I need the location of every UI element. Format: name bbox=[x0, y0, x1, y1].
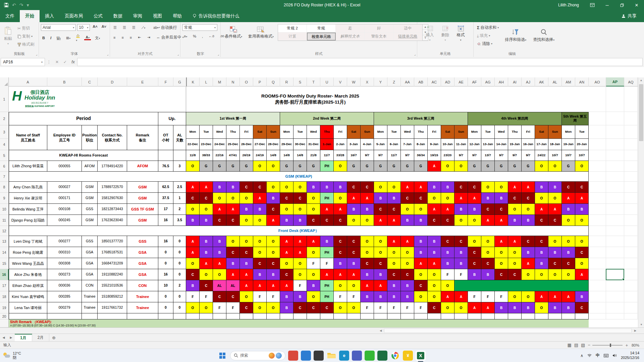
shift-cell[interactable]: B bbox=[387, 193, 401, 204]
staff-al[interactable]: 2 bbox=[173, 204, 186, 215]
shift-cell[interactable]: A bbox=[213, 258, 226, 269]
empty-cell[interactable] bbox=[522, 313, 535, 319]
shift-cell[interactable]: O bbox=[495, 258, 508, 269]
shift-cell[interactable]: B bbox=[240, 258, 253, 269]
shift-cell[interactable]: C bbox=[334, 247, 347, 258]
start-button[interactable] bbox=[217, 351, 227, 361]
row-header-9[interactable]: 9 bbox=[0, 193, 9, 204]
day-14[interactable]: Mon bbox=[374, 125, 387, 139]
staff-remark[interactable]: GSA bbox=[127, 258, 158, 269]
shift-cell[interactable]: G bbox=[293, 161, 307, 172]
shift-cell[interactable]: A bbox=[226, 269, 240, 280]
shift-cell[interactable]: A bbox=[522, 182, 535, 193]
day-9[interactable]: Wed bbox=[307, 125, 320, 139]
date-26[interactable]: 17-Jan bbox=[535, 139, 548, 150]
empty-cell[interactable] bbox=[495, 313, 508, 319]
staff-name[interactable]: Henry Xie 谢沃明 bbox=[9, 193, 47, 204]
align-right-icon[interactable]: ≡ bbox=[128, 35, 133, 40]
shift-cell[interactable]: A bbox=[200, 182, 213, 193]
shift-cell[interactable]: C bbox=[280, 193, 293, 204]
shift-cell[interactable]: B bbox=[374, 269, 387, 280]
shift-cell[interactable]: B bbox=[441, 258, 454, 269]
shift-cell[interactable]: O bbox=[307, 204, 320, 215]
empty-cell[interactable] bbox=[624, 247, 638, 258]
shift-cell[interactable]: A bbox=[200, 258, 213, 269]
format-as-table-button[interactable]: 套用表格格式▾ bbox=[246, 24, 276, 41]
shift-cell[interactable]: B bbox=[562, 247, 575, 258]
day-6[interactable]: Sun bbox=[267, 125, 280, 139]
conditional-formatting-button[interactable]: 条件格式▾ bbox=[223, 24, 244, 41]
page-layout-view-icon[interactable]: ▤ bbox=[574, 343, 578, 348]
shift-cell[interactable]: F bbox=[186, 291, 200, 302]
date-23[interactable]: 14-Jan bbox=[495, 139, 508, 150]
forecast-6[interactable]: 14/8 bbox=[267, 150, 280, 161]
shift-cell[interactable]: O bbox=[401, 204, 414, 215]
empty-cell[interactable] bbox=[589, 161, 606, 172]
shift-cell[interactable]: C bbox=[267, 258, 280, 269]
date-0[interactable]: 22-Dec bbox=[186, 139, 200, 150]
row-header-4[interactable]: 4 bbox=[0, 139, 9, 150]
shift-cell[interactable]: G bbox=[562, 161, 575, 172]
shift-cell[interactable]: O bbox=[253, 161, 267, 172]
shift-cell[interactable]: B bbox=[253, 269, 267, 280]
staff-ot[interactable]: 16 bbox=[158, 236, 173, 247]
shift-cell[interactable]: B bbox=[361, 269, 374, 280]
empty-cell[interactable] bbox=[624, 302, 638, 313]
empty-cell[interactable] bbox=[387, 313, 401, 319]
staff-al[interactable]: 0 bbox=[173, 302, 186, 313]
search-box[interactable]: 搜索 bbox=[230, 351, 285, 360]
shift-cell[interactable]: B bbox=[481, 193, 495, 204]
empty-cell[interactable] bbox=[589, 313, 606, 319]
empty-cell[interactable] bbox=[47, 313, 82, 319]
column-header-AC[interactable]: AC bbox=[428, 77, 441, 86]
shift-cell[interactable]: B bbox=[522, 302, 535, 313]
row-header-7[interactable]: 7 bbox=[0, 172, 9, 182]
shift-cell[interactable]: O bbox=[548, 161, 562, 172]
redo-icon[interactable]: ↷ bbox=[19, 2, 23, 8]
shift-cell[interactable]: B bbox=[414, 236, 428, 247]
forecast-21[interactable]: 9/7 bbox=[468, 150, 481, 161]
empty-cell[interactable] bbox=[624, 215, 638, 226]
shift-cell[interactable]: C bbox=[522, 236, 535, 247]
day-12[interactable]: Sat bbox=[347, 125, 361, 139]
chrome-browser-icon[interactable] bbox=[390, 351, 400, 361]
column-header-AH[interactable]: AH bbox=[495, 77, 508, 86]
row-header-18[interactable]: 18 bbox=[0, 291, 9, 302]
shift-cell[interactable]: B bbox=[387, 280, 401, 291]
mail-app-icon[interactable] bbox=[377, 351, 387, 361]
forecast-4[interactable]: 26/19 bbox=[240, 150, 253, 161]
staff-name[interactable]: Alice Zhu 朱春艳 bbox=[9, 269, 47, 280]
shift-cell[interactable]: O bbox=[334, 161, 347, 172]
forecast-29[interactable]: 10/7 bbox=[575, 150, 589, 161]
staff-ot[interactable]: 76.5 bbox=[158, 161, 173, 172]
undo-icon[interactable]: ↶ bbox=[12, 2, 16, 8]
column-header-P[interactable]: P bbox=[253, 77, 267, 86]
shift-cell[interactable]: O bbox=[522, 269, 535, 280]
empty-cell[interactable] bbox=[606, 172, 624, 182]
shift-cell[interactable]: B bbox=[508, 302, 522, 313]
find-select-button[interactable]: 查找和选择▾ bbox=[531, 24, 556, 47]
staff-remark[interactable]: GSA bbox=[127, 269, 158, 280]
empty-cell[interactable] bbox=[589, 182, 606, 193]
empty-cell[interactable] bbox=[158, 150, 173, 161]
wechat-app-icon[interactable] bbox=[365, 351, 375, 361]
shift-cell[interactable]: O bbox=[253, 236, 267, 247]
day-13[interactable]: Sun bbox=[361, 125, 374, 139]
day-16[interactable]: Wed bbox=[401, 125, 414, 139]
shift-cell[interactable]: F bbox=[361, 302, 374, 313]
cell-style-2[interactable]: 差 bbox=[336, 24, 365, 33]
shift-cell[interactable]: O bbox=[562, 269, 575, 280]
shift-cell[interactable]: B bbox=[454, 258, 468, 269]
font-dialog-launcher[interactable]: ⌟ bbox=[107, 53, 108, 56]
shift-cell[interactable]: A bbox=[253, 280, 267, 291]
hidden-icons-chevron[interactable]: ∧ bbox=[580, 353, 583, 358]
shift-cell[interactable]: O bbox=[334, 280, 347, 291]
shift-cell[interactable]: B bbox=[307, 280, 320, 291]
shift-cell[interactable]: B bbox=[414, 247, 428, 258]
shift-cell[interactable]: O bbox=[293, 269, 307, 280]
shift-cell[interactable]: B bbox=[548, 302, 562, 313]
shift-cell[interactable]: O bbox=[548, 236, 562, 247]
staff-name[interactable]: Ethan Zhao 赵梓淇 bbox=[9, 280, 47, 291]
left-header-0[interactable]: Name of Staff员工姓名 bbox=[9, 125, 47, 150]
shrink-font-button[interactable]: A˅ bbox=[100, 24, 108, 31]
